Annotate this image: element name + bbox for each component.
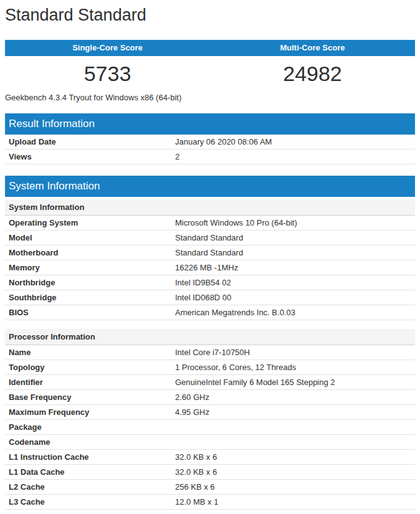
- row-label: Model: [5, 233, 175, 242]
- table-row: Memory 16226 MB -1MHz: [5, 260, 415, 275]
- table-row: BIOS American Megatrends Inc. B.0.03: [5, 305, 415, 320]
- row-label: Identifier: [5, 378, 175, 387]
- row-label: Views: [5, 152, 175, 161]
- row-value: 256 KB x 6: [175, 482, 415, 492]
- row-value: GenuineIntel Family 6 Model 165 Stepping…: [175, 378, 415, 387]
- single-core-score-label: Single-Core Score: [5, 40, 210, 56]
- row-label: Maximum Frequency: [5, 407, 175, 417]
- row-value: 4.95 GHz: [175, 407, 415, 417]
- row-label: BIOS: [5, 308, 175, 317]
- score-header-bar: Single-Core Score Multi-Core Score: [5, 40, 415, 56]
- table-row: Maximum Frequency 4.95 GHz: [5, 405, 415, 420]
- table-row: Identifier GenuineIntel Family 6 Model 1…: [5, 375, 415, 390]
- info-group: Upload Date January 06 2020 08:06 AM Vie…: [5, 135, 415, 164]
- table-row: L2 Cache 256 KB x 6: [5, 480, 415, 495]
- benchmark-version-note: Geekbench 4.3.4 Tryout for Windows x86 (…: [5, 93, 415, 102]
- table-row: L1 Instruction Cache 32.0 KB x 6: [5, 450, 415, 465]
- row-label: L1 Instruction Cache: [5, 452, 175, 462]
- row-label: L3 Cache: [5, 497, 175, 507]
- table-row: Model Standard Standard: [5, 231, 415, 245]
- table-row: Motherboard Standard Standard: [5, 245, 415, 260]
- group-header: System Information: [5, 199, 415, 216]
- score-values-row: 5733 24982: [5, 56, 415, 93]
- group-rows: Name Intel Core i7-10750H Topology 1 Pro…: [5, 345, 415, 510]
- row-label: Codename: [5, 437, 175, 447]
- row-label: Name: [5, 348, 175, 357]
- row-label: Motherboard: [5, 248, 175, 257]
- table-row: Northbridge Intel ID9B54 02: [5, 275, 415, 290]
- row-value: Intel Core i7-10750H: [175, 348, 415, 357]
- row-value: 1 Processor, 6 Cores, 12 Threads: [175, 363, 415, 372]
- table-row: L1 Data Cache 32.0 KB x 6: [5, 465, 415, 480]
- row-value: Standard Standard: [175, 233, 415, 242]
- row-value: 12.0 MB x 1: [175, 497, 415, 507]
- row-value: Standard Standard: [175, 248, 415, 257]
- row-value: 2.60 GHz: [175, 393, 415, 402]
- row-value: January 06 2020 08:06 AM: [175, 137, 415, 146]
- info-group: Processor Information Name Intel Core i7…: [5, 329, 415, 510]
- sections: Result Information Upload Date January 0…: [5, 113, 415, 510]
- table-row: Package: [5, 420, 415, 435]
- row-value: Intel ID068D 00: [175, 293, 415, 302]
- score-banner: Single-Core Score Multi-Core Score 5733 …: [5, 40, 415, 93]
- section-title: System Information: [5, 176, 415, 197]
- result-page: Standard Standard Single-Core Score Mult…: [0, 0, 420, 510]
- row-label: Upload Date: [5, 137, 175, 146]
- row-label: L2 Cache: [5, 482, 175, 492]
- table-row: Operating System Microsoft Windows 10 Pr…: [5, 216, 415, 231]
- section-groups: System Information Operating System Micr…: [5, 199, 415, 510]
- row-label: L1 Data Cache: [5, 467, 175, 477]
- single-core-score-value: 5733: [5, 56, 210, 93]
- table-row: L3 Cache 12.0 MB x 1: [5, 495, 415, 510]
- row-label: Operating System: [5, 218, 175, 227]
- row-label: Northbridge: [5, 278, 175, 287]
- row-label: Memory: [5, 263, 175, 272]
- info-group: System Information Operating System Micr…: [5, 199, 415, 320]
- page-title: Standard Standard: [5, 6, 415, 24]
- row-value: 16226 MB -1MHz: [175, 263, 415, 272]
- row-label: Topology: [5, 363, 175, 372]
- table-row: Base Frequency 2.60 GHz: [5, 390, 415, 405]
- row-label: Base Frequency: [5, 393, 175, 402]
- row-value: 32.0 KB x 6: [175, 467, 415, 477]
- row-value: 32.0 KB x 6: [175, 452, 415, 462]
- row-value: 2: [175, 152, 415, 161]
- multi-core-score-label: Multi-Core Score: [210, 40, 415, 56]
- section: Result Information Upload Date January 0…: [5, 113, 415, 164]
- table-row: Southbridge Intel ID068D 00: [5, 290, 415, 305]
- section-groups: Upload Date January 06 2020 08:06 AM Vie…: [5, 135, 415, 164]
- table-row: Codename: [5, 435, 415, 450]
- group-rows: Upload Date January 06 2020 08:06 AM Vie…: [5, 135, 415, 164]
- group-header: Processor Information: [5, 329, 415, 345]
- section: System Information System Information Op…: [5, 176, 415, 510]
- row-value: Microsoft Windows 10 Pro (64-bit): [175, 218, 415, 227]
- section-title: Result Information: [5, 113, 415, 135]
- row-value: Intel ID9B54 02: [175, 278, 415, 287]
- multi-core-score-value: 24982: [210, 56, 415, 93]
- table-row: Upload Date January 06 2020 08:06 AM: [5, 135, 415, 150]
- row-value: American Megatrends Inc. B.0.03: [175, 308, 415, 317]
- group-rows: Operating System Microsoft Windows 10 Pr…: [5, 216, 415, 320]
- row-label: Southbridge: [5, 293, 175, 302]
- table-row: Topology 1 Processor, 6 Cores, 12 Thread…: [5, 360, 415, 375]
- table-row: Name Intel Core i7-10750H: [5, 345, 415, 360]
- row-label: Package: [5, 422, 175, 432]
- table-row: Views 2: [5, 150, 415, 164]
